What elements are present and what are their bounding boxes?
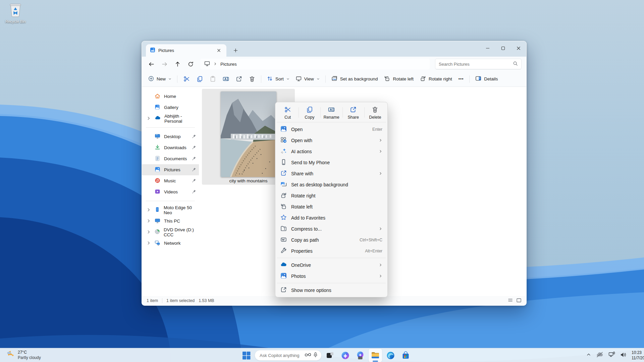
menu-item-open-with[interactable]: Open with	[277, 135, 386, 146]
sidebar-item-pictures[interactable]: Pictures	[142, 164, 199, 175]
image-icon	[331, 75, 337, 82]
sort-button[interactable]: Sort	[264, 73, 292, 85]
item-count: 1 item	[147, 298, 158, 303]
rotate-right-button[interactable]: Rotate right	[417, 73, 455, 85]
menu-item-properties[interactable]: Properties Alt+Enter	[277, 245, 386, 256]
quick-rename-button[interactable]: Rename	[320, 104, 342, 122]
wrench-icon	[280, 247, 287, 255]
paste-button[interactable]	[206, 73, 219, 85]
explorer-search[interactable]	[435, 59, 522, 69]
quick-delete-button[interactable]: Delete	[364, 104, 386, 122]
menu-item-share-with[interactable]: Share with	[277, 168, 386, 179]
close-button[interactable]	[511, 41, 526, 55]
up-button[interactable]	[171, 59, 184, 69]
sidebar-item-music[interactable]: Music	[142, 175, 199, 186]
plus-circle-icon	[148, 76, 154, 82]
sidebar-item-this-pc[interactable]: This PC	[142, 216, 199, 227]
file-name-label: city with mountains	[229, 178, 267, 183]
new-button[interactable]: New	[145, 73, 174, 85]
m365-copilot-button[interactable]: M365	[354, 349, 367, 362]
copilot-search-input[interactable]	[260, 353, 303, 358]
share-icon	[350, 106, 357, 114]
menu-item-send-to-phone[interactable]: Send to My Phone	[277, 157, 386, 168]
clock[interactable]: 10:23 11/7/2025	[632, 350, 644, 361]
desktop: Recycle Bin Pictures	[0, 0, 644, 362]
documents-icon	[155, 156, 160, 162]
cut-button[interactable]	[180, 73, 193, 85]
details-view-button[interactable]	[508, 298, 513, 304]
view-button[interactable]: View	[293, 73, 323, 85]
breadcrumb[interactable]: Pictures	[200, 59, 430, 69]
quick-share-button[interactable]: Share	[342, 104, 364, 122]
sidebar-item-desktop[interactable]: Desktop	[142, 131, 199, 142]
more-options-button[interactable]: •••	[455, 73, 467, 85]
menu-item-rotate-left[interactable]: Rotate left	[277, 201, 386, 212]
tray-chevron-icon[interactable]	[586, 352, 591, 358]
menu-item-set-desktop-background[interactable]: Set as desktop background	[277, 179, 386, 190]
back-button[interactable]	[145, 59, 158, 69]
menu-item-compress-to[interactable]: Compress to...	[277, 223, 386, 234]
tab-title: Pictures	[158, 48, 174, 53]
sidebar-item-phone[interactable]: Moto Edge 50 Neo	[142, 204, 199, 216]
menu-item-add-to-favorites[interactable]: Add to Favorites	[277, 212, 386, 223]
sidebar-item-gallery[interactable]: Gallery	[142, 102, 199, 113]
tab-close-button[interactable]	[214, 46, 223, 55]
volume-icon[interactable]	[620, 352, 627, 359]
share-button[interactable]	[232, 73, 245, 85]
sidebar-item-dvd-drive[interactable]: DVD Drive (D:) CCC	[142, 227, 199, 238]
file-explorer-button[interactable]	[369, 349, 382, 362]
set-as-background-button[interactable]: Set as background	[328, 73, 381, 85]
open-with-icon	[280, 137, 287, 144]
menu-item-show-more-options[interactable]: Show more options	[277, 285, 386, 296]
weather-widget[interactable]: 27°C Partly cloudy	[3, 349, 43, 362]
network-icon	[155, 240, 160, 247]
sort-label: Sort	[275, 76, 284, 81]
menu-item-ai-actions[interactable]: AI actions	[277, 146, 386, 157]
delete-button[interactable]	[246, 73, 258, 85]
details-button[interactable]: Details	[472, 73, 501, 85]
minimize-button[interactable]	[480, 41, 495, 55]
thumbnail-view-button[interactable]	[516, 298, 522, 304]
sidebar-item-videos[interactable]: Videos	[142, 186, 199, 197]
menu-item-photos[interactable]: Photos	[277, 270, 386, 282]
copy-button[interactable]	[193, 73, 206, 85]
quick-cut-button[interactable]: Cut	[277, 104, 299, 122]
menu-item-onedrive[interactable]: OneDrive	[277, 259, 386, 270]
edge-button[interactable]	[384, 349, 397, 362]
rename-button[interactable]	[219, 73, 232, 85]
recycle-bin[interactable]: Recycle Bin	[2, 3, 29, 23]
menu-item-copy-as-path[interactable]: Copy as path Ctrl+Shift+C	[277, 234, 386, 245]
onedrive-paused-icon[interactable]	[596, 352, 603, 359]
titlebar[interactable]: Pictures	[142, 41, 526, 57]
weather-condition: Partly cloudy	[18, 355, 41, 361]
chevron-right-icon	[146, 241, 151, 246]
network-ethernet-icon[interactable]	[608, 352, 615, 359]
sidebar-item-downloads[interactable]: Downloads	[142, 142, 199, 153]
sidebar-item-network[interactable]: Network	[142, 238, 199, 249]
microphone-icon[interactable]	[313, 352, 318, 359]
breadcrumb-location[interactable]: Pictures	[220, 62, 237, 67]
menu-item-open[interactable]: Open Enter	[277, 124, 386, 135]
onedrive-cloud-icon	[155, 115, 161, 122]
sidebar-item-home[interactable]: Home	[142, 91, 199, 102]
store-button[interactable]	[399, 349, 412, 362]
phone-icon	[155, 207, 160, 213]
rotate-left-label: Rotate left	[393, 76, 414, 81]
rotate-left-button[interactable]: Rotate left	[381, 73, 417, 85]
maximize-button[interactable]	[495, 41, 511, 55]
task-view-button[interactable]	[323, 349, 337, 362]
forward-button[interactable]	[158, 59, 171, 69]
copilot-button[interactable]	[338, 349, 352, 362]
taskbar-search[interactable]	[255, 350, 322, 361]
menu-item-rotate-right[interactable]: Rotate right	[277, 190, 386, 201]
quick-copy-button[interactable]: Copy	[299, 104, 320, 122]
new-tab-button[interactable]	[230, 46, 240, 55]
submenu-chevron-icon	[379, 262, 382, 268]
dvd-disc-icon	[155, 229, 160, 235]
start-button[interactable]	[239, 349, 253, 362]
sidebar-item-documents[interactable]: Documents	[142, 153, 199, 164]
refresh-button[interactable]	[184, 59, 197, 69]
sidebar-item-onedrive[interactable]: Abhijith - Personal	[142, 113, 199, 124]
explorer-search-input[interactable]	[439, 62, 510, 67]
tab-pictures[interactable]: Pictures	[146, 44, 226, 57]
